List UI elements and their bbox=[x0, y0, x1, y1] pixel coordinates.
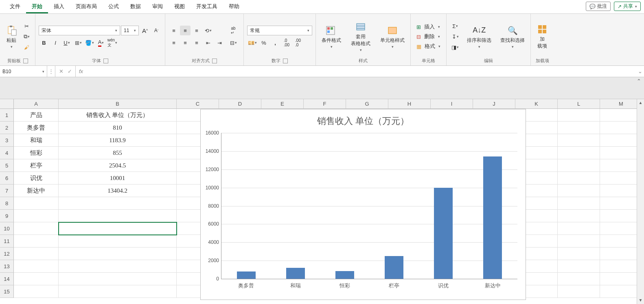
cell-L1[interactable] bbox=[558, 109, 600, 122]
col-header-K[interactable]: K bbox=[515, 99, 558, 109]
formula-bar[interactable]: fx bbox=[76, 66, 636, 77]
row-header-12[interactable]: 12 bbox=[0, 248, 14, 260]
cell-B5[interactable]: 2504.5 bbox=[59, 159, 177, 172]
cell-M9[interactable] bbox=[600, 210, 642, 222]
border-button[interactable]: ⊞▾ bbox=[73, 38, 83, 48]
share-button[interactable]: ↗ 共享 ▾ bbox=[614, 2, 641, 11]
cell-M3[interactable] bbox=[600, 134, 642, 147]
col-header-J[interactable]: J bbox=[473, 99, 515, 109]
phonetic-button[interactable]: wén文▾ bbox=[107, 38, 118, 48]
cell-A14[interactable] bbox=[14, 273, 59, 285]
cell-M4[interactable] bbox=[600, 147, 642, 159]
scroll-up-icon[interactable]: ▲ bbox=[637, 99, 644, 106]
col-header-D[interactable]: D bbox=[219, 99, 261, 109]
cell-L6[interactable] bbox=[558, 172, 600, 185]
comments-button[interactable]: 💬 批注 bbox=[586, 2, 611, 11]
col-header-G[interactable]: G bbox=[346, 99, 388, 109]
align-left-button[interactable]: ≡ bbox=[169, 38, 179, 48]
increase-font-button[interactable]: A^ bbox=[140, 26, 150, 35]
cell-L13[interactable] bbox=[558, 260, 600, 273]
decrease-font-button[interactable]: Aˇ bbox=[151, 26, 162, 35]
col-header-C[interactable]: C bbox=[177, 99, 219, 109]
cell-L10[interactable] bbox=[558, 222, 600, 235]
tab-dev[interactable]: 开发工具 bbox=[191, 0, 223, 13]
row-header-7[interactable]: 7 bbox=[0, 185, 14, 197]
cell-L14[interactable] bbox=[558, 273, 600, 285]
autosum-button[interactable]: Σ▾ bbox=[450, 21, 460, 31]
cell-B12[interactable] bbox=[59, 248, 177, 260]
copy-button[interactable]: ⧉▾ bbox=[21, 32, 32, 41]
tab-home[interactable]: 开始 bbox=[26, 0, 48, 13]
tab-view[interactable]: 视图 bbox=[169, 0, 191, 13]
font-color-button[interactable]: A▾ bbox=[96, 38, 106, 48]
cell-A10[interactable] bbox=[14, 222, 59, 235]
row-header-5[interactable]: 5 bbox=[0, 159, 14, 172]
percent-button[interactable]: % bbox=[258, 38, 269, 48]
dialog-launcher-icon[interactable] bbox=[103, 59, 108, 63]
tab-help[interactable]: 帮助 bbox=[223, 0, 245, 13]
number-format-select[interactable]: 常规▾ bbox=[247, 26, 312, 35]
cell-M7[interactable] bbox=[600, 185, 642, 197]
cell-B9[interactable] bbox=[59, 210, 177, 222]
col-header-B[interactable]: B bbox=[59, 99, 177, 109]
cell-L11[interactable] bbox=[558, 235, 600, 248]
cell-A2[interactable]: 奥多普 bbox=[14, 122, 59, 134]
cell-B11[interactable] bbox=[59, 235, 177, 248]
cell-B6[interactable]: 10001 bbox=[59, 172, 177, 185]
merge-button[interactable]: ⊟▾ bbox=[226, 38, 240, 48]
col-header-A[interactable]: A bbox=[14, 99, 59, 109]
cell-B3[interactable]: 1183.9 bbox=[59, 134, 177, 147]
row-header-11[interactable]: 11 bbox=[0, 235, 14, 248]
orientation-button[interactable]: ⟲▾ bbox=[203, 26, 213, 35]
row-header-14[interactable]: 14 bbox=[0, 273, 14, 285]
tab-insert[interactable]: 插入 bbox=[48, 0, 70, 13]
cell-B1[interactable]: 销售收入 单位（万元） bbox=[59, 109, 177, 122]
cell-L15[interactable] bbox=[558, 285, 600, 298]
name-box[interactable]: B10 ▾ bbox=[0, 66, 47, 77]
indent-increase-button[interactable]: ⇥ bbox=[214, 38, 225, 48]
fill-color-button[interactable]: 🪣▾ bbox=[84, 38, 95, 48]
bold-button[interactable]: B bbox=[39, 38, 49, 48]
wrap-text-button[interactable]: ab↵ bbox=[226, 26, 240, 35]
row-header-4[interactable]: 4 bbox=[0, 147, 14, 159]
cell-L9[interactable] bbox=[558, 210, 600, 222]
cell-B7[interactable]: 13404.2 bbox=[59, 185, 177, 197]
comma-button[interactable]: , bbox=[270, 38, 280, 48]
cell-A11[interactable] bbox=[14, 235, 59, 248]
cell-M10[interactable] bbox=[600, 222, 642, 235]
cell-M8[interactable] bbox=[600, 197, 642, 210]
cell-M1[interactable] bbox=[600, 109, 642, 122]
col-header-I[interactable]: I bbox=[431, 99, 473, 109]
cell-A7[interactable]: 新达中 bbox=[14, 185, 59, 197]
conditional-format-button[interactable]: 条件格式▾ bbox=[319, 24, 344, 50]
cell-L12[interactable] bbox=[558, 248, 600, 260]
addins-button[interactable]: 加 载项 bbox=[534, 23, 550, 50]
dialog-launcher-icon[interactable] bbox=[212, 59, 217, 63]
format-as-table-button[interactable]: 套用 表格格式▾ bbox=[348, 20, 373, 53]
cell-L7[interactable] bbox=[558, 185, 600, 197]
align-middle-button[interactable]: ≡ bbox=[180, 26, 191, 35]
find-select-button[interactable]: 🔍 查找和选择▾ bbox=[498, 24, 527, 50]
row-header-8[interactable]: 8 bbox=[0, 197, 14, 210]
fill-button[interactable]: ↧▾ bbox=[450, 32, 460, 41]
col-header-M[interactable]: M bbox=[600, 99, 642, 109]
name-box-expand[interactable]: ⋮ bbox=[47, 66, 55, 77]
format-cells-button[interactable]: ▦ 格式 ▾ bbox=[414, 42, 443, 51]
cell-A8[interactable] bbox=[14, 197, 59, 210]
cell-L4[interactable] bbox=[558, 147, 600, 159]
cell-A15[interactable] bbox=[14, 285, 59, 298]
align-right-button[interactable]: ≡ bbox=[191, 38, 202, 48]
cell-A12[interactable] bbox=[14, 248, 59, 260]
cell-B2[interactable]: 810 bbox=[59, 122, 177, 134]
delete-cells-button[interactable]: ⊟ 删除 ▾ bbox=[414, 32, 443, 41]
col-header-E[interactable]: E bbox=[261, 99, 304, 109]
font-size-select[interactable]: 11▾ bbox=[121, 26, 139, 35]
cell-M12[interactable] bbox=[600, 248, 642, 260]
cell-M13[interactable] bbox=[600, 260, 642, 273]
format-painter-button[interactable]: 🖌 bbox=[21, 42, 32, 52]
cell-A13[interactable] bbox=[14, 260, 59, 273]
cell-M14[interactable] bbox=[600, 273, 642, 285]
row-header-3[interactable]: 3 bbox=[0, 134, 14, 147]
accounting-button[interactable]: 💴▾ bbox=[247, 38, 258, 48]
tab-data[interactable]: 数据 bbox=[125, 0, 147, 13]
